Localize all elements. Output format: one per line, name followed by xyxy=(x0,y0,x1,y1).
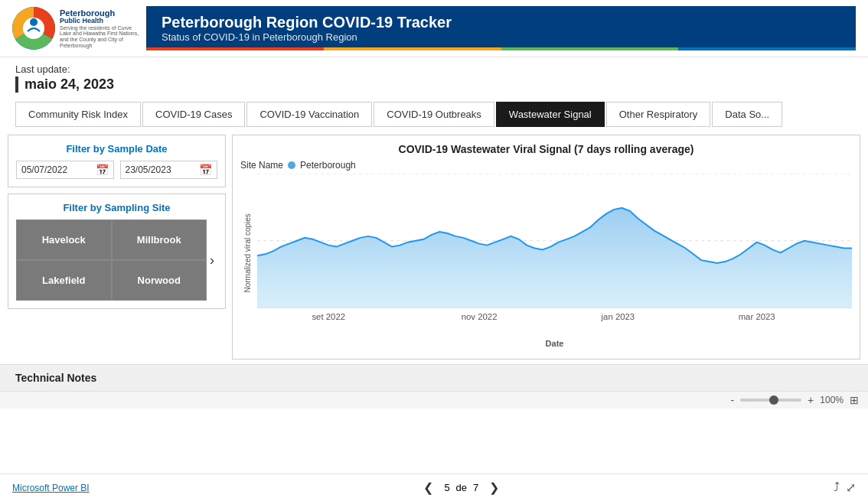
last-update-section: Last update: maio 24, 2023 xyxy=(0,57,868,96)
zoom-percent: 100% xyxy=(820,395,844,405)
x-axis-label: Date xyxy=(546,339,564,348)
main-content: Filter by Sample Date 05/07/2022 📅 23/05… xyxy=(0,127,868,364)
site-btn-millbrook[interactable]: Millbrook xyxy=(112,220,207,260)
filter-site-box: Filter by Sampling Site Havelock Millbro… xyxy=(8,194,226,309)
chart-panel: COVID-19 Wastewater Viral Signal (7 days… xyxy=(232,135,860,359)
fullscreen-icon[interactable]: ⤢ xyxy=(846,480,856,495)
filter-date-box: Filter by Sample Date 05/07/2022 📅 23/05… xyxy=(8,135,226,187)
svg-text:jan 2023: jan 2023 xyxy=(601,312,635,321)
site-row-top: Havelock Millbrook xyxy=(16,220,207,260)
tech-notes-title: Technical Notes xyxy=(15,372,96,384)
org-name: Peterborough Public Health Serving the r… xyxy=(60,8,144,49)
end-date-calendar-icon[interactable]: 📅 xyxy=(199,164,212,176)
tab-covid-cases[interactable]: COVID-19 Cases xyxy=(142,102,245,127)
left-panel: Filter by Sample Date 05/07/2022 📅 23/05… xyxy=(8,135,226,359)
site-btn-havelock[interactable]: Havelock xyxy=(16,220,112,260)
last-update-label: Last update: xyxy=(15,63,853,75)
zoom-fit-icon[interactable]: ⊞ xyxy=(850,394,859,406)
header-subtitle: Status of COVID-19 in Peterborough Regio… xyxy=(162,31,840,43)
zoom-minus[interactable]: - xyxy=(730,394,734,406)
chart-area: Normalized viral copies 0 5 10 xyxy=(240,174,852,350)
footer-icons: ⤴ ⤢ xyxy=(834,480,856,495)
svg-text:nov 2022: nov 2022 xyxy=(462,312,498,321)
chart-area-fill xyxy=(257,208,852,308)
footer: Microsoft Power BI ❮ 5 de 7 ❯ ⤴ ⤢ xyxy=(0,473,868,501)
legend-dot xyxy=(288,161,295,169)
site-nav-right-arrow[interactable]: › xyxy=(207,252,217,268)
page-separator: de xyxy=(456,482,467,493)
powerbi-link[interactable]: Microsoft Power BI xyxy=(12,483,90,493)
share-icon[interactable]: ⤴ xyxy=(834,480,840,495)
zoom-plus[interactable]: + xyxy=(808,394,814,406)
end-date-value: 23/05/2023 xyxy=(126,164,171,175)
nav-tabs: Community Risk Index COVID-19 Cases COVI… xyxy=(0,102,868,127)
svg-point-2 xyxy=(30,18,38,26)
zoom-bar: - + 100% ⊞ xyxy=(0,391,868,408)
logo-area: Peterborough Public Health Serving the r… xyxy=(12,7,146,50)
header: Peterborough Public Health Serving the r… xyxy=(0,0,868,57)
org-sub: Serving the residents of Curve Lake and … xyxy=(60,25,144,49)
page-prev-button[interactable]: ❮ xyxy=(419,479,438,496)
tab-other-respiratory[interactable]: Other Respiratory xyxy=(606,102,711,127)
org-logo xyxy=(12,7,55,50)
svg-text:set 2022: set 2022 xyxy=(312,312,345,321)
tech-notes-section: Technical Notes xyxy=(0,364,868,391)
site-btn-lakefield[interactable]: Lakefield xyxy=(16,260,112,301)
header-main-title: Peterborough Region COVID-19 Tracker xyxy=(162,14,840,31)
site-row-bottom: Lakefield Norwood xyxy=(16,260,207,301)
start-date-field[interactable]: 05/07/2022 📅 xyxy=(16,161,114,179)
last-update-date: maio 24, 2023 xyxy=(15,76,853,93)
site-btn-norwood[interactable]: Norwood xyxy=(112,260,207,301)
header-title-area: Peterborough Region COVID-19 Tracker Sta… xyxy=(146,6,856,50)
start-date-calendar-icon[interactable]: 📅 xyxy=(96,164,109,176)
zoom-slider-thumb[interactable] xyxy=(769,395,778,405)
tab-community-risk[interactable]: Community Risk Index xyxy=(15,102,141,127)
legend-label: Peterborough xyxy=(300,160,356,171)
tab-data-sources[interactable]: Data So... xyxy=(712,102,782,127)
site-name-label: Site Name xyxy=(240,160,283,171)
y-axis-label: Normalized viral copies xyxy=(243,216,252,292)
tab-covid-vaccination[interactable]: COVID-19 Vaccination xyxy=(246,102,372,127)
chart-legend: Site Name Peterborough xyxy=(240,160,852,171)
start-date-value: 05/07/2022 xyxy=(21,164,67,175)
org-name-top: Peterborough xyxy=(60,8,144,18)
chart-svg: 0 5 10 set 2022 nov 2022 jan 2023 xyxy=(257,174,852,323)
page-next-button[interactable]: ❯ xyxy=(485,479,504,496)
svg-text:mar 2023: mar 2023 xyxy=(739,312,775,321)
filter-site-title: Filter by Sampling Site xyxy=(16,202,217,213)
filter-date-title: Filter by Sample Date xyxy=(16,143,217,155)
footer-pagination: ❮ 5 de 7 ❯ xyxy=(419,479,504,496)
org-name-bottom: Public Health xyxy=(60,18,144,25)
tab-covid-outbreaks[interactable]: COVID-19 Outbreaks xyxy=(374,102,494,127)
page-total: 7 xyxy=(473,482,478,493)
page-current: 5 xyxy=(444,482,449,493)
tab-wastewater-signal[interactable]: Wastewater Signal xyxy=(496,102,605,127)
end-date-field[interactable]: 23/05/2023 📅 xyxy=(120,161,218,179)
chart-title: COVID-19 Wastewater Viral Signal (7 days… xyxy=(240,143,852,155)
date-inputs: 05/07/2022 📅 23/05/2023 📅 xyxy=(16,161,217,179)
zoom-slider-track[interactable] xyxy=(740,399,801,402)
